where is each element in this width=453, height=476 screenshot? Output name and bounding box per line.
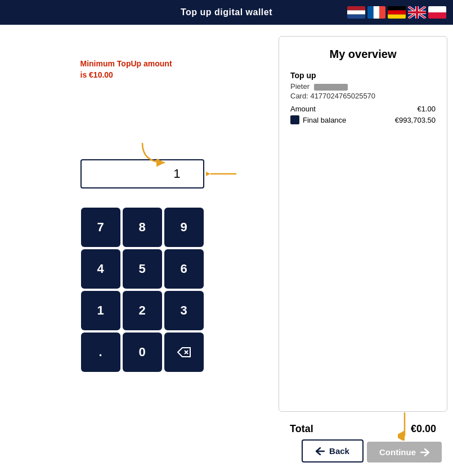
key-4[interactable]: 4 [81, 249, 120, 289]
svg-rect-1 [347, 10, 365, 14]
amount-value-right: €1.00 [417, 105, 436, 113]
key-9[interactable]: 9 [164, 208, 204, 247]
key-6[interactable]: 6 [164, 249, 204, 289]
key-0[interactable]: 0 [123, 333, 162, 372]
svg-rect-2 [347, 15, 365, 19]
svg-rect-4 [374, 6, 380, 19]
flag-uk[interactable] [408, 6, 426, 19]
balance-row: Final balance €993,703.50 [290, 115, 436, 124]
key-dot[interactable]: . [81, 333, 120, 372]
continue-wrapper: Continue [367, 442, 442, 462]
svg-rect-5 [379, 6, 385, 19]
svg-rect-19 [428, 12, 446, 19]
flag-france[interactable] [367, 6, 385, 19]
balance-label: Final balance [303, 116, 346, 124]
svg-rect-18 [428, 6, 446, 12]
back-button[interactable]: Back [302, 439, 364, 462]
blurred-name [314, 84, 348, 91]
backspace-icon [177, 347, 191, 357]
overview-card: My overview Top up Pieter Card: 41770247… [279, 36, 447, 412]
key-1[interactable]: 1 [81, 291, 120, 330]
customer-name: Pieter [290, 82, 436, 91]
warning-arrow-icon [137, 140, 182, 168]
total-value: €0.00 [411, 423, 436, 435]
bottom-bar: Back Continue [279, 435, 447, 470]
continue-button[interactable]: Continue [367, 442, 442, 462]
total-row: Total €0.00 [279, 417, 447, 435]
amount-row: Amount €1.00 [290, 105, 436, 113]
amount-arrow-icon [206, 168, 237, 180]
svg-rect-0 [347, 6, 365, 10]
svg-rect-8 [388, 15, 406, 19]
amount-value: 1 [173, 167, 180, 181]
language-flags [347, 6, 446, 19]
key-7[interactable]: 7 [81, 208, 120, 247]
key-backspace[interactable] [164, 333, 204, 372]
page-title: Top up digital wallet [181, 7, 272, 17]
flag-germany[interactable] [388, 6, 406, 19]
main-content: Minimum TopUp amount is €10.00 1 [0, 25, 453, 476]
section-label: Top up [290, 71, 436, 80]
key-5[interactable]: 5 [123, 249, 162, 289]
card-number: Card: 4177024765025570 [290, 92, 436, 100]
amount-label: Amount [290, 105, 316, 113]
key-2[interactable]: 2 [123, 291, 162, 330]
app-header: Top up digital wallet [0, 0, 453, 25]
left-panel: Minimum TopUp amount is €10.00 1 [0, 25, 273, 476]
continue-down-arrow-icon [398, 412, 411, 441]
svg-rect-7 [388, 10, 406, 14]
back-arrow-icon [316, 447, 325, 455]
continue-arrow-icon [420, 448, 429, 456]
overview-title: My overview [290, 48, 436, 61]
flag-netherlands[interactable] [347, 6, 365, 19]
svg-rect-6 [388, 6, 406, 10]
right-panel: My overview Top up Pieter Card: 41770247… [273, 25, 453, 476]
numpad: 7 8 9 4 5 6 1 2 3 . 0 [81, 208, 204, 372]
key-3[interactable]: 3 [164, 291, 204, 330]
svg-rect-17 [408, 11, 426, 14]
svg-rect-3 [367, 6, 374, 19]
key-8[interactable]: 8 [123, 208, 162, 247]
balance-value: €993,703.50 [395, 116, 436, 124]
minimum-warning: Minimum TopUp amount is €10.00 [80, 59, 204, 80]
flag-poland[interactable] [428, 6, 446, 19]
wallet-icon [290, 115, 299, 124]
total-label: Total [290, 423, 313, 435]
